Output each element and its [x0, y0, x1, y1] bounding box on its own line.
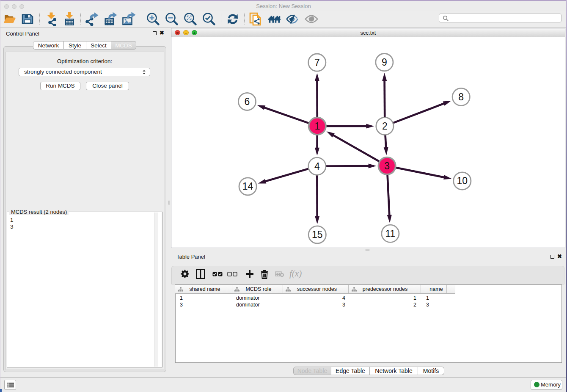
- svg-text:9: 9: [382, 57, 387, 68]
- svg-text:3: 3: [384, 160, 390, 171]
- svg-text:10: 10: [457, 175, 468, 186]
- svg-text:7: 7: [314, 57, 320, 68]
- svg-text:6: 6: [245, 96, 250, 107]
- svg-text:15: 15: [312, 229, 323, 240]
- svg-text:14: 14: [242, 181, 253, 192]
- svg-text:11: 11: [385, 228, 395, 239]
- svg-text:2: 2: [382, 121, 388, 132]
- svg-text:8: 8: [458, 91, 464, 102]
- svg-text:1: 1: [314, 121, 320, 132]
- svg-text:4: 4: [314, 161, 320, 172]
